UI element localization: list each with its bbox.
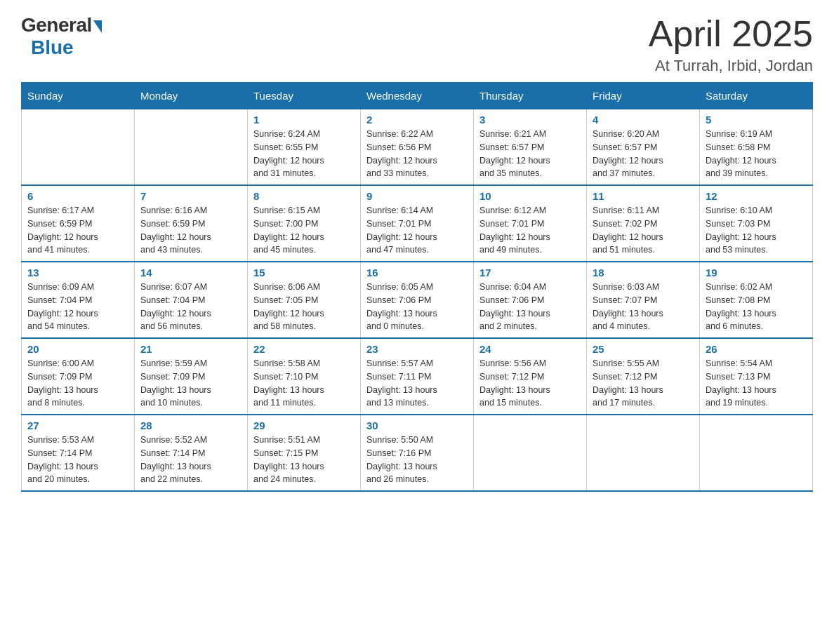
- calendar-cell: [587, 415, 700, 491]
- day-info: Sunrise: 6:10 AMSunset: 7:03 PMDaylight:…: [706, 204, 807, 257]
- weekday-header-saturday: Saturday: [700, 83, 813, 109]
- day-info: Sunrise: 5:59 AMSunset: 7:09 PMDaylight:…: [140, 357, 241, 410]
- day-info: Sunrise: 5:51 AMSunset: 7:15 PMDaylight:…: [253, 434, 355, 486]
- day-number: 8: [253, 190, 355, 202]
- weekday-header-thursday: Thursday: [474, 83, 587, 109]
- logo: General Blue: [21, 14, 102, 59]
- day-number: 16: [366, 267, 468, 279]
- day-number: 3: [479, 114, 581, 126]
- calendar-week-row: 13Sunrise: 6:09 AMSunset: 7:04 PMDayligh…: [22, 262, 813, 338]
- calendar-cell: 23Sunrise: 5:57 AMSunset: 7:11 PMDayligh…: [361, 338, 474, 415]
- day-number: 15: [253, 267, 355, 279]
- calendar-cell: 2Sunrise: 6:22 AMSunset: 6:56 PMDaylight…: [361, 109, 474, 186]
- calendar-table: SundayMondayTuesdayWednesdayThursdayFrid…: [21, 82, 813, 492]
- day-number: 4: [593, 114, 694, 126]
- day-number: 17: [479, 267, 581, 279]
- day-number: 1: [253, 114, 355, 126]
- calendar-cell: [22, 109, 135, 186]
- day-info: Sunrise: 6:12 AMSunset: 7:01 PMDaylight:…: [479, 204, 581, 257]
- title-section: April 2025 At Turrah, Irbid, Jordan: [649, 14, 813, 75]
- location-text: At Turrah, Irbid, Jordan: [649, 57, 813, 75]
- day-number: 29: [253, 420, 355, 431]
- day-number: 2: [366, 114, 468, 126]
- calendar-cell: 16Sunrise: 6:05 AMSunset: 7:06 PMDayligh…: [361, 262, 474, 338]
- calendar-cell: 11Sunrise: 6:11 AMSunset: 7:02 PMDayligh…: [587, 185, 700, 262]
- day-info: Sunrise: 6:16 AMSunset: 6:59 PMDaylight:…: [140, 204, 241, 257]
- calendar-cell: 5Sunrise: 6:19 AMSunset: 6:58 PMDaylight…: [700, 109, 813, 186]
- calendar-cell: 25Sunrise: 5:55 AMSunset: 7:12 PMDayligh…: [587, 338, 700, 415]
- calendar-cell: 20Sunrise: 6:00 AMSunset: 7:09 PMDayligh…: [22, 338, 135, 415]
- day-number: 12: [706, 190, 807, 202]
- calendar-cell: 22Sunrise: 5:58 AMSunset: 7:10 PMDayligh…: [248, 338, 361, 415]
- day-number: 23: [366, 343, 468, 355]
- calendar-cell: 27Sunrise: 5:53 AMSunset: 7:14 PMDayligh…: [22, 415, 135, 491]
- day-info: Sunrise: 6:24 AMSunset: 6:55 PMDaylight:…: [253, 128, 355, 180]
- day-info: Sunrise: 5:57 AMSunset: 7:11 PMDaylight:…: [366, 357, 468, 410]
- day-info: Sunrise: 6:02 AMSunset: 7:08 PMDaylight:…: [706, 281, 807, 333]
- day-info: Sunrise: 5:53 AMSunset: 7:14 PMDaylight:…: [27, 434, 128, 486]
- weekday-header-tuesday: Tuesday: [248, 83, 361, 109]
- day-number: 11: [593, 190, 694, 202]
- day-number: 28: [140, 420, 241, 431]
- month-title: April 2025: [649, 14, 813, 54]
- day-info: Sunrise: 6:00 AMSunset: 7:09 PMDaylight:…: [27, 357, 128, 410]
- day-number: 21: [140, 343, 241, 355]
- day-number: 6: [27, 190, 128, 202]
- day-info: Sunrise: 6:04 AMSunset: 7:06 PMDaylight:…: [479, 281, 581, 333]
- day-info: Sunrise: 5:50 AMSunset: 7:16 PMDaylight:…: [366, 434, 468, 486]
- day-number: 7: [140, 190, 241, 202]
- day-info: Sunrise: 6:22 AMSunset: 6:56 PMDaylight:…: [366, 128, 468, 180]
- day-info: Sunrise: 6:20 AMSunset: 6:57 PMDaylight:…: [593, 128, 694, 180]
- calendar-cell: 6Sunrise: 6:17 AMSunset: 6:59 PMDaylight…: [22, 185, 135, 262]
- day-number: 5: [706, 114, 807, 126]
- weekday-header-wednesday: Wednesday: [361, 83, 474, 109]
- day-info: Sunrise: 5:58 AMSunset: 7:10 PMDaylight:…: [253, 357, 355, 410]
- calendar-cell: 28Sunrise: 5:52 AMSunset: 7:14 PMDayligh…: [135, 415, 248, 491]
- day-number: 25: [593, 343, 694, 355]
- day-number: 14: [140, 267, 241, 279]
- logo-triangle-icon: [93, 20, 102, 33]
- calendar-cell: 18Sunrise: 6:03 AMSunset: 7:07 PMDayligh…: [587, 262, 700, 338]
- day-number: 10: [479, 190, 581, 202]
- calendar-cell: 21Sunrise: 5:59 AMSunset: 7:09 PMDayligh…: [135, 338, 248, 415]
- calendar-cell: 12Sunrise: 6:10 AMSunset: 7:03 PMDayligh…: [700, 185, 813, 262]
- logo-general-text: General: [21, 14, 92, 36]
- calendar-cell: 26Sunrise: 5:54 AMSunset: 7:13 PMDayligh…: [700, 338, 813, 415]
- calendar-cell: 24Sunrise: 5:56 AMSunset: 7:12 PMDayligh…: [474, 338, 587, 415]
- calendar-cell: 30Sunrise: 5:50 AMSunset: 7:16 PMDayligh…: [361, 415, 474, 491]
- day-info: Sunrise: 6:14 AMSunset: 7:01 PMDaylight:…: [366, 204, 468, 257]
- calendar-week-row: 1Sunrise: 6:24 AMSunset: 6:55 PMDaylight…: [22, 109, 813, 186]
- calendar-week-row: 20Sunrise: 6:00 AMSunset: 7:09 PMDayligh…: [22, 338, 813, 415]
- calendar-cell: 10Sunrise: 6:12 AMSunset: 7:01 PMDayligh…: [474, 185, 587, 262]
- calendar-week-row: 6Sunrise: 6:17 AMSunset: 6:59 PMDaylight…: [22, 185, 813, 262]
- calendar-cell: 29Sunrise: 5:51 AMSunset: 7:15 PMDayligh…: [248, 415, 361, 491]
- calendar-cell: 7Sunrise: 6:16 AMSunset: 6:59 PMDaylight…: [135, 185, 248, 262]
- calendar-week-row: 27Sunrise: 5:53 AMSunset: 7:14 PMDayligh…: [22, 415, 813, 491]
- logo-blue-text: Blue: [31, 36, 74, 59]
- day-number: 30: [366, 420, 468, 431]
- calendar-cell: 14Sunrise: 6:07 AMSunset: 7:04 PMDayligh…: [135, 262, 248, 338]
- weekday-header-row: SundayMondayTuesdayWednesdayThursdayFrid…: [22, 83, 813, 109]
- day-info: Sunrise: 6:09 AMSunset: 7:04 PMDaylight:…: [27, 281, 128, 333]
- day-info: Sunrise: 5:52 AMSunset: 7:14 PMDaylight:…: [140, 434, 241, 486]
- page-header: General Blue April 2025 At Turrah, Irbid…: [21, 14, 813, 75]
- day-info: Sunrise: 5:54 AMSunset: 7:13 PMDaylight:…: [706, 357, 807, 410]
- calendar-cell: 15Sunrise: 6:06 AMSunset: 7:05 PMDayligh…: [248, 262, 361, 338]
- calendar-cell: 8Sunrise: 6:15 AMSunset: 7:00 PMDaylight…: [248, 185, 361, 262]
- day-number: 24: [479, 343, 581, 355]
- calendar-cell: 13Sunrise: 6:09 AMSunset: 7:04 PMDayligh…: [22, 262, 135, 338]
- day-info: Sunrise: 6:07 AMSunset: 7:04 PMDaylight:…: [140, 281, 241, 333]
- day-number: 9: [366, 190, 468, 202]
- day-info: Sunrise: 6:05 AMSunset: 7:06 PMDaylight:…: [366, 281, 468, 333]
- day-number: 27: [27, 420, 128, 431]
- calendar-cell: [474, 415, 587, 491]
- day-number: 26: [706, 343, 807, 355]
- day-number: 13: [27, 267, 128, 279]
- day-number: 19: [706, 267, 807, 279]
- calendar-cell: 19Sunrise: 6:02 AMSunset: 7:08 PMDayligh…: [700, 262, 813, 338]
- calendar-cell: 4Sunrise: 6:20 AMSunset: 6:57 PMDaylight…: [587, 109, 700, 186]
- weekday-header-friday: Friday: [587, 83, 700, 109]
- calendar-cell: 9Sunrise: 6:14 AMSunset: 7:01 PMDaylight…: [361, 185, 474, 262]
- day-info: Sunrise: 5:56 AMSunset: 7:12 PMDaylight:…: [479, 357, 581, 410]
- day-info: Sunrise: 6:03 AMSunset: 7:07 PMDaylight:…: [593, 281, 694, 333]
